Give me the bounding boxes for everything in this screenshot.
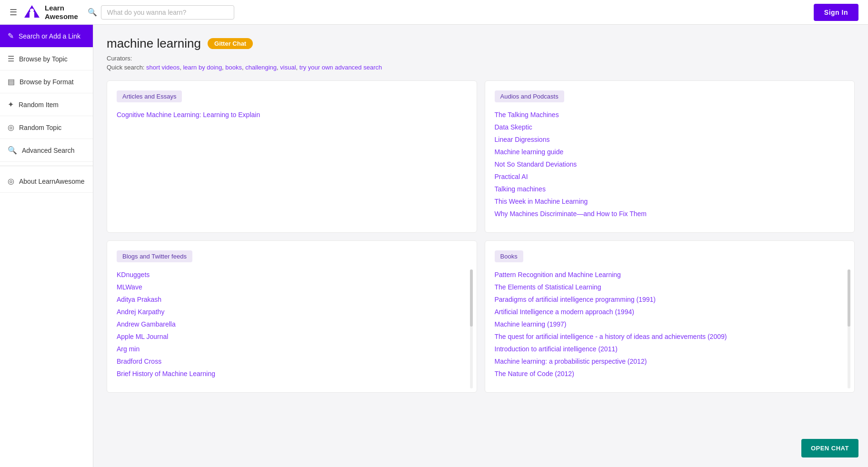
sidebar-item-random-topic[interactable]: ◎ Random Topic — [0, 116, 93, 139]
article-item-0[interactable]: Cognitive Machine Learning: Learning to … — [117, 111, 467, 119]
audio-item-5[interactable]: Practical AI — [495, 173, 845, 180]
audio-item-3[interactable]: Machine learning guide — [495, 148, 845, 156]
sidebar-item-label: Search or Add a Link — [19, 32, 80, 40]
sidebar-item-search-add[interactable]: ✎ Search or Add a Link — [0, 25, 93, 48]
header: ☰ Learn Awesome 🔍 Sign In — [0, 0, 868, 25]
book-item-2[interactable]: Paradigms of artificial intelligence pro… — [495, 296, 845, 303]
quick-search-row: Quick search: short videos, learn by doi… — [107, 64, 855, 71]
audio-item-4[interactable]: Not So Standard Deviations — [495, 160, 845, 168]
logo: Learn Awesome — [23, 3, 78, 21]
articles-tag: Articles and Essays — [117, 90, 182, 102]
qs-challenging[interactable]: challenging — [245, 64, 277, 71]
books-scroll-thumb — [848, 269, 850, 327]
hamburger-icon[interactable]: ☰ — [10, 7, 17, 18]
sidebar-item-label: About LearnAwesome — [19, 178, 85, 185]
blog-item-7[interactable]: Bradford Cross — [117, 358, 467, 365]
book-item-1[interactable]: The Elements of Statistical Learning — [495, 283, 845, 291]
sign-in-button[interactable]: Sign In — [814, 4, 858, 21]
blog-item-2[interactable]: Aditya Prakash — [117, 296, 467, 303]
books-scroll-indicator — [848, 269, 850, 388]
about-icon: ◎ — [8, 177, 14, 186]
book-item-4[interactable]: Machine learning (1997) — [495, 320, 845, 328]
qs-learn-by-doing[interactable]: learn by doing — [183, 64, 222, 71]
book-item-7[interactable]: Machine learning: a probabilistic perspe… — [495, 358, 845, 365]
blog-item-0[interactable]: KDnuggets — [117, 271, 467, 278]
random-topic-icon: ◎ — [8, 123, 14, 132]
audio-item-0[interactable]: The Talking Machines — [495, 111, 845, 119]
book-item-6[interactable]: Introduction to artificial intelligence … — [495, 345, 845, 353]
main-content: machine learning Gitter Chat Curators: Q… — [93, 25, 868, 467]
audio-item-8[interactable]: Why Machines Discriminate—and How to Fix… — [495, 210, 845, 218]
sidebar-item-browse-topic[interactable]: ☰ Browse by Topic — [0, 48, 93, 70]
browse-topic-icon: ☰ — [8, 54, 14, 63]
random-item-icon: ✦ — [8, 100, 14, 109]
curators-row: Curators: — [107, 55, 855, 62]
sidebar-item-label: Random Item — [19, 101, 59, 109]
blogs-items: KDnuggets MLWave Aditya Prakash Andrej K… — [117, 271, 467, 382]
sidebar-item-label: Random Topic — [19, 124, 61, 131]
sidebar-item-about[interactable]: ◎ About LearnAwesome — [0, 170, 93, 193]
blog-item-4[interactable]: Andrew Gambarella — [117, 320, 467, 328]
articles-items: Cognitive Machine Learning: Learning to … — [117, 111, 467, 119]
sidebar-item-label: Advanced Search — [22, 147, 75, 154]
svg-rect-1 — [30, 12, 34, 18]
advanced-search-icon: 🔍 — [8, 146, 17, 155]
book-item-0[interactable]: Pattern Recognition and Machine Learning — [495, 271, 845, 278]
audios-card: Audios and Podcasts The Talking Machines… — [485, 80, 855, 233]
header-search-icon[interactable]: 🔍 — [88, 8, 97, 17]
qs-books[interactable]: books — [225, 64, 242, 71]
qs-short-videos[interactable]: short videos — [146, 64, 180, 71]
search-add-icon: ✎ — [8, 31, 14, 40]
sidebar-item-browse-format[interactable]: ▤ Browse by Format — [0, 70, 93, 93]
curators-label: Curators: — [107, 55, 132, 62]
books-card: Books Pattern Recognition and Machine Le… — [485, 240, 855, 393]
blog-item-5[interactable]: Apple ML Journal — [117, 333, 467, 340]
page-title-row: machine learning Gitter Chat — [107, 36, 855, 51]
blog-item-1[interactable]: MLWave — [117, 283, 467, 291]
book-item-8[interactable]: The Nature of Code (2012) — [495, 370, 845, 378]
svg-point-2 — [30, 9, 34, 12]
qs-visual[interactable]: visual — [280, 64, 296, 71]
sidebar-item-random-item[interactable]: ✦ Random Item — [0, 93, 93, 116]
blogs-card: Blogs and Twitter feeds KDnuggets MLWave… — [107, 240, 477, 393]
gitter-badge[interactable]: Gitter Chat — [208, 38, 253, 49]
blogs-tag: Blogs and Twitter feeds — [117, 250, 192, 262]
open-chat-button[interactable]: OPEN CHAT — [801, 439, 858, 457]
sidebar-item-label: Browse by Topic — [19, 55, 68, 63]
quick-search-label: Quick search: — [107, 64, 144, 71]
search-input[interactable] — [101, 5, 234, 20]
audio-item-6[interactable]: Talking machines — [495, 185, 845, 193]
sidebar-item-advanced-search[interactable]: 🔍 Advanced Search — [0, 139, 93, 162]
sidebar-divider — [0, 166, 93, 166]
qs-advanced-search[interactable]: try your own advanced search — [299, 64, 382, 71]
blog-item-3[interactable]: Andrej Karpathy — [117, 308, 467, 316]
articles-card: Articles and Essays Cognitive Machine Le… — [107, 80, 477, 233]
layout: ✎ Search or Add a Link ☰ Browse by Topic… — [0, 25, 868, 467]
books-items: Pattern Recognition and Machine Learning… — [495, 271, 845, 382]
books-tag: Books — [495, 250, 523, 262]
browse-format-icon: ▤ — [8, 77, 15, 86]
audios-items: The Talking Machines Data Skeptic Linear… — [495, 111, 845, 218]
book-item-3[interactable]: Artificial Intelligence a modern approac… — [495, 308, 845, 316]
scroll-thumb — [470, 269, 473, 327]
content-grid: Articles and Essays Cognitive Machine Le… — [107, 80, 855, 393]
scroll-indicator — [470, 269, 473, 388]
blog-item-6[interactable]: Arg min — [117, 345, 467, 353]
audios-tag: Audios and Podcasts — [495, 90, 564, 102]
audio-item-2[interactable]: Linear Digressions — [495, 136, 845, 143]
blog-item-8[interactable]: Brief History of Machine Learning — [117, 370, 467, 378]
logo-icon — [23, 3, 41, 21]
book-item-5[interactable]: The quest for artificial intelligence - … — [495, 333, 845, 340]
logo-text: Learn Awesome — [45, 4, 78, 21]
page-title: machine learning — [107, 36, 201, 51]
audio-item-1[interactable]: Data Skeptic — [495, 123, 845, 131]
audio-item-7[interactable]: This Week in Machine Learning — [495, 198, 845, 205]
sidebar: ✎ Search or Add a Link ☰ Browse by Topic… — [0, 25, 93, 467]
sidebar-item-label: Browse by Format — [20, 78, 74, 86]
